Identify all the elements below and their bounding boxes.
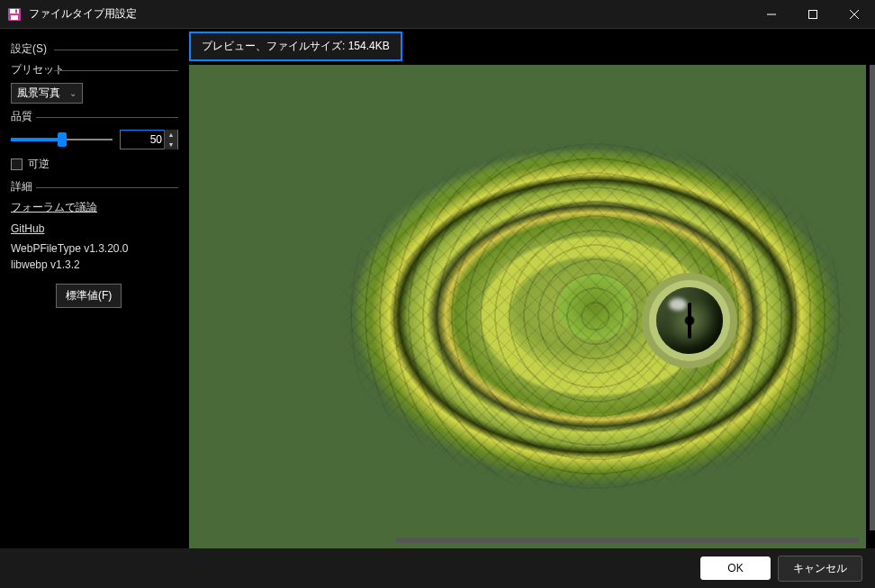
quality-slider[interactable] <box>11 131 113 149</box>
details-label: 詳細 <box>11 179 178 194</box>
preview-canvas[interactable] <box>189 65 866 548</box>
quality-spinbox[interactable]: 50 ▲ ▼ <box>120 130 178 149</box>
settings-header: 設定(S) <box>11 41 178 57</box>
spin-down-button[interactable]: ▼ <box>165 140 177 149</box>
lossless-row: 可逆 <box>11 157 178 172</box>
chevron-down-icon: ⌄ <box>69 88 77 98</box>
preview-image-texture <box>189 65 866 548</box>
horizontal-scrollbar[interactable] <box>396 538 859 543</box>
spin-buttons: ▲ ▼ <box>164 130 177 149</box>
svg-rect-2 <box>11 15 18 20</box>
preset-value: 風景写真 <box>17 86 60 101</box>
svg-rect-3 <box>15 9 17 13</box>
slider-thumb[interactable] <box>58 132 67 147</box>
quality-label: 品質 <box>11 109 178 124</box>
filesize-tooltip: プレビュー、ファイルサイズ: 154.4KB <box>189 32 402 61</box>
libwebp-version: libwebp v1.3.2 <box>11 258 178 271</box>
svg-rect-5 <box>809 10 817 18</box>
preset-combobox[interactable]: 風景写真 ⌄ <box>11 83 83 104</box>
preview-pane: プレビュー、ファイルサイズ: 154.4KB <box>189 29 875 548</box>
svg-rect-1 <box>10 9 19 14</box>
defaults-button[interactable]: 標準値(F) <box>56 284 122 308</box>
preset-label: プリセット <box>11 62 178 77</box>
close-button[interactable] <box>834 0 875 29</box>
lossless-label: 可逆 <box>28 157 50 172</box>
settings-sidebar: 設定(S) プリセット 風景写真 ⌄ 品質 50 ▲ ▼ 可逆 <box>0 29 189 548</box>
quality-value: 50 <box>124 133 164 146</box>
cancel-button[interactable]: キャンセル <box>778 556 862 582</box>
main-area: 設定(S) プリセット 風景写真 ⌄ 品質 50 ▲ ▼ 可逆 <box>0 29 875 548</box>
spin-up-button[interactable]: ▲ <box>165 130 177 140</box>
save-icon <box>7 7 22 22</box>
ok-button[interactable]: OK <box>700 556 771 580</box>
title-bar: ファイルタイプ用設定 <box>0 0 875 29</box>
github-link[interactable]: GitHub <box>11 222 178 235</box>
window-controls <box>751 0 875 29</box>
lossless-checkbox[interactable] <box>11 158 23 170</box>
dialog-footer: OK キャンセル <box>0 548 875 588</box>
window-title: ファイルタイプ用設定 <box>29 6 751 22</box>
maximize-button[interactable] <box>792 0 834 29</box>
preview-image-detail <box>656 287 723 354</box>
quality-row: 50 ▲ ▼ <box>11 130 178 149</box>
plugin-version: WebPFileType v1.3.20.0 <box>11 242 178 255</box>
minimize-button[interactable] <box>751 0 792 29</box>
forum-link[interactable]: フォーラムで議論 <box>11 200 178 215</box>
vertical-scrollbar[interactable] <box>870 65 875 530</box>
slider-fill <box>11 138 62 141</box>
